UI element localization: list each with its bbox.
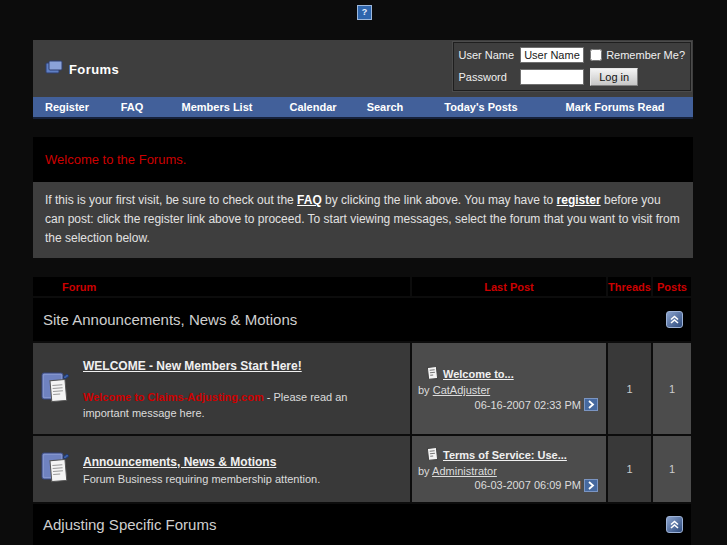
remember-me-label: Remember Me? xyxy=(606,49,685,61)
forum-row-welcome: WELCOME - New Members Start Here! Welcom… xyxy=(33,343,410,434)
last-post-date: 06-03-2007 06:09 PM xyxy=(418,479,598,492)
last-post-cell: Terms of Service: Use... by Administrato… xyxy=(412,436,606,502)
last-post-author-link[interactable]: CatAdjuster xyxy=(433,384,490,396)
nav-todays-posts[interactable]: Today's Posts xyxy=(415,101,547,113)
forum-row-announcements: Announcements, News & Motions Forum Busi… xyxy=(33,436,410,502)
nav-faq[interactable]: FAQ xyxy=(101,101,163,113)
forum-info: Announcements, News & Motions Forum Busi… xyxy=(83,452,320,487)
logo-text: Forums xyxy=(69,62,119,77)
last-post-title-link[interactable]: Welcome to... xyxy=(443,368,514,380)
intro-text: If this is your first visit, be sure to … xyxy=(45,191,681,248)
collapse-icon[interactable] xyxy=(666,311,683,328)
col-header-threads: Threads xyxy=(608,277,651,296)
intro-part1: If this is your first visit, be sure to … xyxy=(45,193,297,207)
last-post-cell: Welcome to... by CatAdjuster 06-16-2007 … xyxy=(412,343,606,434)
section-title: Site Announcements, News & Motions xyxy=(43,311,666,328)
login-button[interactable]: Log in xyxy=(590,68,638,86)
goto-last-post-icon[interactable] xyxy=(584,398,598,411)
section-title: Adjusting Specific Forums xyxy=(43,516,666,533)
posts-count: 1 xyxy=(653,343,691,434)
last-post-by: by Administrator xyxy=(418,465,598,477)
nav-members-list[interactable]: Members List xyxy=(163,101,271,113)
main-container: Forums User Name Remember Me? Password L… xyxy=(33,40,693,545)
nav-mark-forums-read[interactable]: Mark Forums Read xyxy=(547,101,683,113)
last-post-date: 06-16-2007 02:33 PM xyxy=(418,398,598,411)
col-header-last-post: Last Post xyxy=(412,277,606,296)
forum-title-link[interactable]: WELCOME - New Members Start Here! xyxy=(83,359,302,373)
lastpost-note-icon xyxy=(426,447,439,463)
last-post-line: Terms of Service: Use... xyxy=(426,447,598,463)
by-prefix: by xyxy=(418,384,433,396)
forum-logo[interactable]: Forums xyxy=(45,60,119,78)
goto-last-post-icon[interactable] xyxy=(584,479,598,492)
forum-document-icon xyxy=(41,368,71,410)
threads-count: 1 xyxy=(608,343,651,434)
username-input[interactable] xyxy=(520,47,584,63)
navbar: Register FAQ Members List Calendar Searc… xyxy=(33,97,693,119)
nav-search[interactable]: Search xyxy=(355,101,415,113)
last-post-author-link[interactable]: Administrator xyxy=(432,465,497,477)
login-panel: User Name Remember Me? Password Log in xyxy=(453,42,691,91)
threads-count: 1 xyxy=(608,436,651,502)
remember-me-checkbox[interactable] xyxy=(590,49,602,61)
nav-register[interactable]: Register xyxy=(33,101,101,113)
last-post-by: by CatAdjuster xyxy=(418,384,598,396)
lastpost-note-icon xyxy=(426,366,439,382)
posts-count: 1 xyxy=(653,436,691,502)
by-prefix: by xyxy=(418,465,432,477)
nav-calendar[interactable]: Calendar xyxy=(271,101,355,113)
collapse-icon[interactable] xyxy=(666,516,683,533)
date-text: 06-03-2007 06:09 PM xyxy=(475,479,581,491)
section-header: Site Announcements, News & Motions xyxy=(33,298,691,341)
register-link[interactable]: register xyxy=(557,193,601,207)
forum-description-highlight: Welcome to Claims-Adjusting.com xyxy=(83,391,264,403)
col-header-forum: Forum xyxy=(33,277,410,296)
welcome-banner: Welcome to the Forums. xyxy=(33,137,693,182)
date-text: 06-16-2007 02:33 PM xyxy=(475,399,581,411)
col-header-posts: Posts xyxy=(653,277,691,296)
last-post-title-link[interactable]: Terms of Service: Use... xyxy=(443,449,567,461)
remember-me[interactable]: Remember Me? xyxy=(590,49,685,61)
intro-part2: by clicking the link above. You may have… xyxy=(322,193,557,207)
password-input[interactable] xyxy=(520,69,584,85)
forum-description: Forum Business requiring membership atte… xyxy=(83,471,320,487)
forum-document-icon xyxy=(41,448,71,490)
forum-table: Forum Last Post Threads Posts Site Annou… xyxy=(33,277,693,545)
forum-title-link[interactable]: Announcements, News & Motions xyxy=(83,455,276,469)
intro-panel: If this is your first visit, be sure to … xyxy=(33,182,693,258)
faq-link[interactable]: FAQ xyxy=(297,193,322,207)
page-header: Forums User Name Remember Me? Password L… xyxy=(33,40,693,97)
help-icon[interactable]: ? xyxy=(357,5,372,20)
forum-description: Welcome to Claims-Adjusting.com - Please… xyxy=(83,389,373,421)
username-label: User Name xyxy=(459,49,515,61)
folder-icon xyxy=(45,60,63,78)
welcome-title: Welcome to the Forums. xyxy=(45,152,186,167)
password-label: Password xyxy=(459,71,515,83)
section-header: Adjusting Specific Forums xyxy=(33,504,691,545)
last-post-line: Welcome to... xyxy=(426,366,598,382)
forum-info: WELCOME - New Members Start Here! Welcom… xyxy=(83,356,373,421)
